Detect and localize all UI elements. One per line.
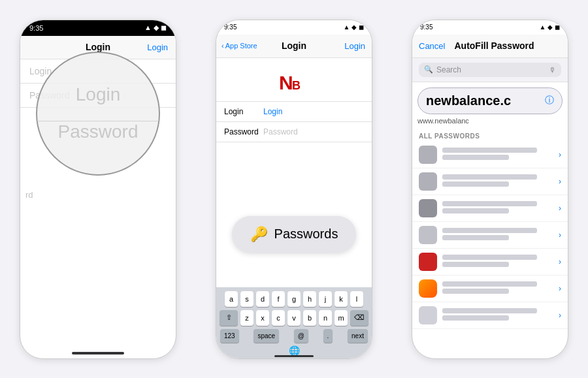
key-n[interactable]: n bbox=[319, 310, 332, 326]
pw-arrow-5[interactable]: › bbox=[559, 257, 561, 266]
kb-row-2: ⇧ z x c v b n m ⌫ bbox=[219, 310, 369, 326]
pw-line-2b bbox=[442, 181, 509, 187]
login-row[interactable]: Login Login bbox=[216, 102, 372, 122]
pw-list-item-3[interactable]: › bbox=[412, 195, 568, 222]
autofill-title: AutoFill Password bbox=[454, 40, 534, 51]
key-a[interactable]: a bbox=[225, 291, 238, 307]
key-123[interactable]: 123 bbox=[220, 329, 239, 343]
pw-line-7b bbox=[442, 315, 509, 321]
key-g[interactable]: g bbox=[287, 291, 301, 307]
pw-list-item-4[interactable]: › bbox=[412, 222, 568, 249]
key-space[interactable]: space bbox=[253, 329, 279, 343]
key-icon: 🔑 bbox=[250, 226, 268, 243]
phone-frame-2: 9:35 ▲ ◆ ◼ ‹ App Store Login Login N B L bbox=[216, 20, 372, 359]
search-magnifier-icon: 🔍 bbox=[424, 65, 433, 74]
status-time-1: 9:35 bbox=[29, 24, 43, 32]
pw-arrow-1[interactable]: › bbox=[559, 150, 561, 159]
key-f[interactable]: f bbox=[272, 291, 285, 307]
pw-avatar-6 bbox=[419, 279, 437, 298]
pw-line-6b bbox=[442, 289, 509, 294]
home-indicator-2 bbox=[274, 355, 314, 357]
key-c[interactable]: c bbox=[272, 310, 285, 326]
pw-line-4b bbox=[442, 235, 509, 240]
key-at[interactable]: @ bbox=[294, 329, 308, 343]
pw-arrow-4[interactable]: › bbox=[559, 230, 561, 240]
key-delete[interactable]: ⌫ bbox=[350, 310, 368, 326]
pw-avatar-1 bbox=[419, 146, 437, 164]
pw-arrow-7[interactable]: › bbox=[559, 311, 561, 320]
pw-text-6 bbox=[442, 281, 553, 296]
pw-line-5a bbox=[442, 255, 537, 260]
back-chevron: ‹ bbox=[221, 42, 224, 50]
passwords-button[interactable]: 🔑 Passwords bbox=[232, 216, 356, 253]
column-2: 9:35 ▲ ◆ ◼ ‹ App Store Login Login N B L bbox=[196, 0, 392, 378]
left-label: rd bbox=[25, 190, 33, 200]
pw-list-item-2[interactable]: › bbox=[412, 168, 568, 195]
circle-password-text: Password bbox=[58, 121, 139, 142]
status-icons-3: ▲ ◆ ◼ bbox=[540, 24, 560, 31]
back-link-2[interactable]: ‹ App Store bbox=[221, 42, 257, 50]
password-row[interactable]: Password Password bbox=[216, 122, 372, 142]
logo-area: N B bbox=[216, 58, 372, 101]
info-icon[interactable]: ⓘ bbox=[545, 95, 554, 106]
passwords-label: Passwords bbox=[274, 227, 338, 242]
key-l[interactable]: l bbox=[350, 291, 363, 307]
nav-right-2[interactable]: Login bbox=[344, 41, 365, 51]
pw-list-item-7[interactable]: › bbox=[412, 302, 568, 329]
password-input[interactable]: Password bbox=[263, 127, 298, 136]
nav-title-2: Login bbox=[282, 40, 306, 51]
pw-arrow-3[interactable]: › bbox=[559, 204, 561, 213]
pw-line-2a bbox=[442, 174, 537, 180]
key-h[interactable]: h bbox=[303, 291, 316, 307]
status-icons-1: ▲ ◆ ◼ bbox=[144, 24, 167, 32]
pw-arrow-6[interactable]: › bbox=[559, 284, 561, 293]
kb-row-1: a s d f g h j k l bbox=[219, 291, 369, 307]
status-bar-2: 9:35 ▲ ◆ ◼ bbox=[216, 20, 372, 35]
key-v[interactable]: v bbox=[287, 310, 301, 326]
key-b[interactable]: b bbox=[303, 310, 316, 326]
pw-line-1b bbox=[442, 155, 509, 160]
pw-text-7 bbox=[442, 308, 553, 323]
search-placeholder: Search bbox=[436, 65, 546, 74]
status-icons-2: ▲ ◆ ◼ bbox=[344, 24, 364, 31]
search-input-area[interactable]: 🔍 Search 🎙 bbox=[419, 63, 561, 77]
pw-line-4a bbox=[442, 228, 537, 233]
nav-right-1[interactable]: Login bbox=[147, 42, 168, 52]
key-d[interactable]: d bbox=[256, 291, 269, 307]
key-x[interactable]: x bbox=[256, 310, 269, 326]
key-j[interactable]: j bbox=[319, 291, 332, 307]
status-time-3: 9:35 bbox=[420, 24, 433, 31]
key-z[interactable]: z bbox=[240, 310, 253, 326]
search-bar-3: 🔍 Search 🎙 bbox=[412, 58, 568, 82]
pw-list-item-1[interactable]: › bbox=[412, 142, 568, 168]
circle-login-text: Login bbox=[76, 84, 121, 105]
pw-avatar-7 bbox=[419, 306, 437, 324]
key-k[interactable]: k bbox=[335, 291, 348, 307]
cancel-button[interactable]: Cancel bbox=[419, 41, 445, 51]
mic-icon: 🎙 bbox=[549, 66, 556, 74]
key-m[interactable]: m bbox=[335, 310, 348, 326]
key-shift[interactable]: ⇧ bbox=[220, 310, 238, 326]
login-input[interactable]: Login bbox=[263, 107, 282, 116]
key-dot[interactable]: . bbox=[323, 329, 333, 343]
nav-bar-3: Cancel AutoFill Password bbox=[412, 35, 568, 58]
pw-line-3a bbox=[442, 201, 537, 206]
login-form-2: Login Login Password Password bbox=[216, 101, 372, 142]
password-label: Password bbox=[224, 127, 263, 136]
svg-text:N: N bbox=[279, 72, 293, 93]
globe-icon[interactable]: 🌐 bbox=[219, 345, 369, 356]
key-next[interactable]: next bbox=[348, 329, 368, 343]
pw-list-item-6[interactable]: › bbox=[412, 276, 568, 302]
login-label: Login bbox=[224, 107, 263, 116]
pw-line-3b bbox=[442, 208, 509, 213]
pw-list-item-5[interactable]: › bbox=[412, 249, 568, 276]
zoom-circle: Login Password bbox=[36, 52, 160, 176]
pw-arrow-2[interactable]: › bbox=[559, 177, 561, 186]
nb-logo: N B bbox=[278, 70, 310, 93]
pw-text-2 bbox=[442, 174, 553, 189]
pw-text-1 bbox=[442, 148, 553, 162]
key-s[interactable]: s bbox=[240, 291, 253, 307]
pw-line-7a bbox=[442, 308, 537, 313]
all-passwords-label: ALL PASSWORDS bbox=[412, 129, 568, 142]
status-bar-3: 9:35 ▲ ◆ ◼ bbox=[412, 20, 568, 35]
